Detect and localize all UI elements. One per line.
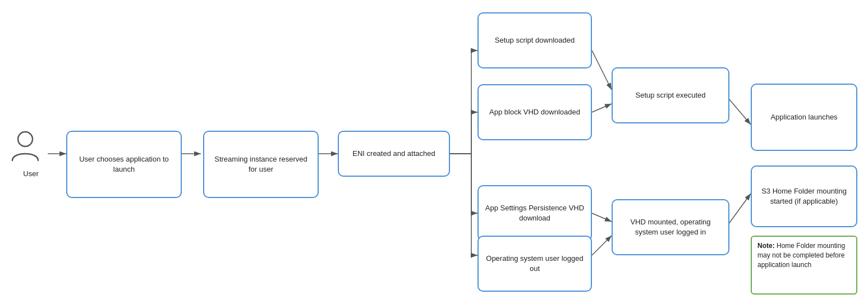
svg-line-8 (592, 236, 612, 255)
streaming-instance-node: Streaming instance reserved for user (203, 131, 319, 198)
svg-line-7 (592, 213, 612, 222)
svg-point-10 (18, 132, 33, 146)
setup-script-dl-node: Setup script downloaded (477, 12, 592, 68)
os-user-logged-label: Operating system user logged out (484, 254, 585, 274)
vhd-mounted-node: VHD mounted, operating system user logge… (612, 199, 729, 255)
diagram: User User chooses application to launch … (0, 0, 868, 308)
app-block-vhd-node: App block VHD downloaded (477, 84, 592, 140)
svg-line-5 (592, 104, 612, 112)
setup-script-exec-node: Setup script executed (612, 67, 729, 123)
setup-script-exec-label: Setup script executed (635, 90, 705, 100)
app-block-vhd-label: App block VHD downloaded (489, 107, 580, 117)
app-launches-label: Application launches (770, 112, 837, 122)
eni-created-label: ENI created and attached (352, 149, 435, 159)
os-user-logged-node: Operating system user logged out (477, 236, 592, 292)
note-box: Note: Home Folder mounting may not be co… (751, 236, 857, 295)
user-label: User (14, 169, 48, 178)
svg-line-4 (592, 50, 612, 90)
streaming-instance-label: Streaming instance reserved for user (210, 154, 312, 174)
svg-line-6 (728, 98, 751, 125)
user-chooses-label: User chooses application to launch (73, 154, 175, 174)
s3-home-label: S3 Home Folder mounting started (if appl… (757, 186, 851, 206)
app-settings-vhd-label: App Settings Persistence VHD download (484, 203, 585, 223)
setup-script-dl-label: Setup script downloaded (495, 35, 575, 45)
app-launches-node: Application launches (751, 84, 857, 151)
svg-line-9 (728, 194, 751, 224)
s3-home-node: S3 Home Folder mounting started (if appl… (751, 166, 857, 227)
note-bold-label: Note: (757, 242, 775, 250)
note-content: Note: Home Folder mounting may not be co… (757, 241, 851, 269)
app-settings-vhd-node: App Settings Persistence VHD download (477, 185, 592, 241)
eni-created-node: ENI created and attached (338, 131, 450, 177)
user-icon (10, 129, 40, 163)
vhd-mounted-label: VHD mounted, operating system user logge… (618, 217, 723, 237)
user-chooses-node: User chooses application to launch (66, 131, 182, 198)
